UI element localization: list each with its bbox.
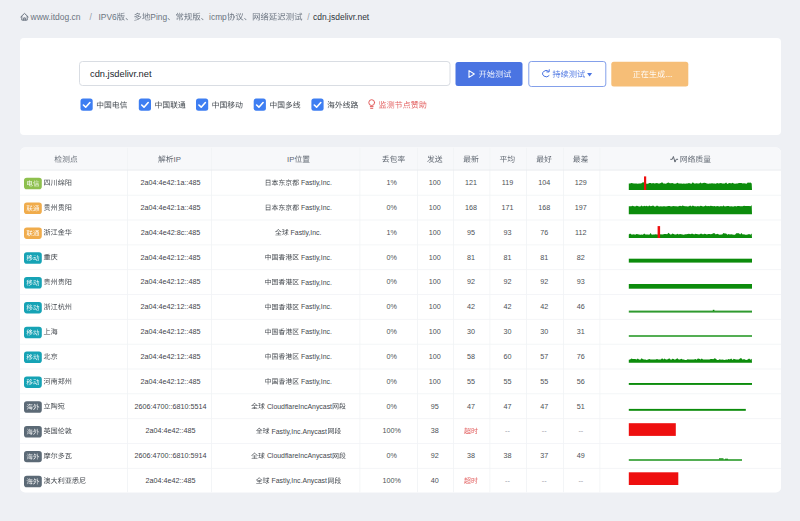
svg-text:1%: 1%: [386, 178, 397, 187]
svg-text:2a04:4e42:12::485: 2a04:4e42:12::485: [141, 352, 201, 361]
svg-text:0%: 0%: [386, 402, 397, 411]
svg-text:2a04:4e42:12::485: 2a04:4e42:12::485: [141, 327, 201, 336]
svg-text:104: 104: [538, 178, 550, 187]
svg-text:2a04:4e42:1a::485: 2a04:4e42:1a::485: [141, 178, 201, 187]
svg-text:--: --: [505, 426, 510, 435]
svg-text:129: 129: [575, 178, 587, 187]
svg-text:0%: 0%: [386, 253, 397, 262]
svg-text:IP: IP: [174, 155, 181, 164]
svg-text:121: 121: [465, 178, 477, 187]
svg-text:IP: IP: [287, 155, 294, 164]
svg-text:168: 168: [538, 203, 550, 212]
svg-text:0%: 0%: [386, 352, 397, 361]
svg-text:Fastly,Inc.: Fastly,Inc.: [301, 328, 332, 336]
svg-text:81: 81: [467, 253, 475, 262]
svg-text:100: 100: [429, 253, 441, 262]
svg-text:--: --: [578, 426, 583, 435]
svg-text:Fastly,Inc.Anycast: Fastly,Inc.Anycast: [272, 477, 327, 485]
svg-text:100: 100: [429, 203, 441, 212]
svg-text:2a04:4e42:1a::485: 2a04:4e42:1a::485: [141, 203, 201, 212]
svg-text:2a04:4e42:12::485: 2a04:4e42:12::485: [141, 302, 201, 311]
svg-text:171: 171: [502, 203, 514, 212]
svg-text:57: 57: [540, 352, 548, 361]
svg-text:100: 100: [429, 302, 441, 311]
svg-text:CloudflareIncAnycast: CloudflareIncAnycast: [267, 403, 332, 411]
svg-text:76: 76: [540, 228, 548, 237]
svg-text:81: 81: [540, 253, 548, 262]
svg-text:93: 93: [504, 228, 512, 237]
svg-text:82: 82: [577, 253, 585, 262]
svg-text:31: 31: [577, 327, 585, 336]
svg-text:92: 92: [467, 277, 475, 286]
svg-text:100: 100: [429, 178, 441, 187]
svg-text:2a04:4e42:12::485: 2a04:4e42:12::485: [141, 253, 201, 262]
svg-text:...: ...: [666, 70, 673, 79]
svg-text:icmp: icmp: [209, 12, 227, 22]
svg-text:76: 76: [577, 352, 585, 361]
svg-text:100: 100: [429, 377, 441, 386]
svg-text:56: 56: [577, 377, 585, 386]
svg-text:IPV6: IPV6: [99, 12, 117, 22]
svg-text:100: 100: [429, 352, 441, 361]
svg-text:Fastly,Inc.: Fastly,Inc.: [301, 279, 332, 287]
svg-text:100: 100: [429, 327, 441, 336]
svg-text:30: 30: [467, 327, 475, 336]
svg-text:100: 100: [429, 228, 441, 237]
svg-text:2606:4700::6810:5914: 2606:4700::6810:5914: [135, 451, 207, 460]
svg-text:Fastly,Inc.: Fastly,Inc.: [301, 353, 332, 361]
svg-text:38: 38: [467, 451, 475, 460]
svg-text:112: 112: [575, 228, 586, 237]
svg-text:2a04:4e42:12::485: 2a04:4e42:12::485: [141, 277, 201, 286]
svg-text:55: 55: [504, 377, 512, 386]
svg-text:2a04:4e42::485: 2a04:4e42::485: [146, 476, 196, 485]
svg-text:2606:4700::6810:5514: 2606:4700::6810:5514: [135, 402, 207, 411]
svg-text:100%: 100%: [382, 426, 401, 435]
svg-text:55: 55: [540, 377, 548, 386]
svg-text:81: 81: [504, 253, 512, 262]
svg-text:47: 47: [504, 402, 512, 411]
svg-text:38: 38: [504, 451, 512, 460]
svg-text:47: 47: [467, 402, 475, 411]
svg-text:Ping: Ping: [150, 12, 167, 22]
svg-text:--: --: [505, 476, 510, 485]
svg-text:--: --: [542, 426, 547, 435]
svg-text:51: 51: [577, 402, 585, 411]
svg-text:CloudflareIncAnycast: CloudflareIncAnycast: [267, 452, 332, 460]
svg-text:49: 49: [577, 451, 585, 460]
svg-text:58: 58: [467, 352, 475, 361]
svg-text:38: 38: [431, 426, 439, 435]
svg-text:42: 42: [467, 302, 475, 311]
svg-text:cdn.jsdelivr.net: cdn.jsdelivr.net: [90, 69, 152, 79]
svg-text:2a04:4e42:12::485: 2a04:4e42:12::485: [141, 377, 201, 386]
svg-text:0%: 0%: [386, 451, 397, 460]
svg-text:0%: 0%: [386, 327, 397, 336]
svg-text:197: 197: [575, 203, 587, 212]
svg-text:47: 47: [540, 402, 548, 411]
svg-text:Fastly,Inc.: Fastly,Inc.: [301, 179, 332, 187]
svg-text:60: 60: [504, 352, 512, 361]
svg-text:46: 46: [577, 302, 585, 311]
svg-text:Fastly,Inc.Anycast: Fastly,Inc.Anycast: [272, 428, 327, 436]
svg-text:100%: 100%: [382, 476, 401, 485]
svg-text:37: 37: [540, 451, 548, 460]
svg-text:Fastly,Inc.: Fastly,Inc.: [301, 204, 332, 212]
svg-text:2a04:4e42::485: 2a04:4e42::485: [146, 426, 196, 435]
svg-text:93: 93: [577, 277, 585, 286]
svg-text:Fastly,Inc.: Fastly,Inc.: [301, 303, 332, 311]
svg-text:92: 92: [431, 451, 439, 460]
svg-text:Fastly,Inc.: Fastly,Inc.: [301, 378, 332, 386]
svg-text:95: 95: [467, 228, 475, 237]
svg-text:92: 92: [504, 277, 512, 286]
svg-text:0%: 0%: [386, 203, 397, 212]
svg-text:55: 55: [467, 377, 475, 386]
svg-text:cdn.jsdelivr.net: cdn.jsdelivr.net: [313, 12, 370, 22]
svg-text:95: 95: [431, 402, 439, 411]
svg-text:www.itdog.cn: www.itdog.cn: [30, 12, 81, 22]
svg-text:100: 100: [429, 277, 441, 286]
svg-text:0%: 0%: [386, 277, 397, 286]
svg-text:1%: 1%: [386, 228, 397, 237]
svg-text:30: 30: [540, 327, 548, 336]
svg-text:168: 168: [465, 203, 477, 212]
svg-text:--: --: [542, 476, 547, 485]
svg-text:119: 119: [502, 178, 513, 187]
